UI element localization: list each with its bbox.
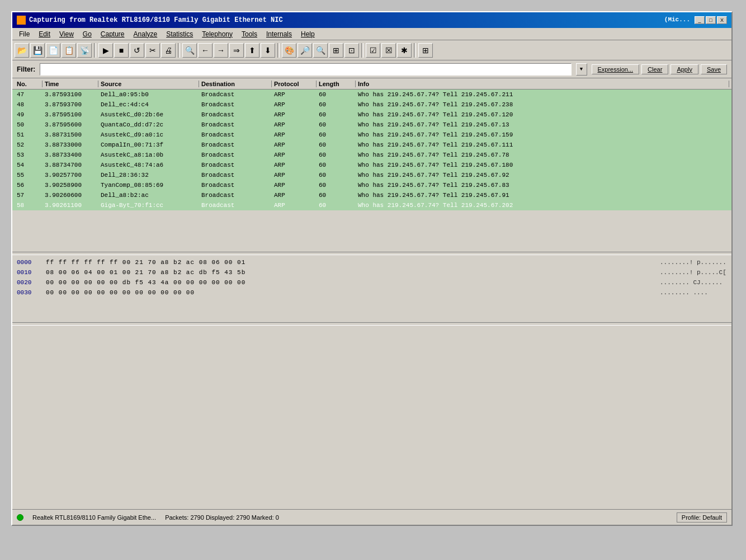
toolbar-autoscroll[interactable]: ✂	[145, 43, 160, 58]
status-bar: Realtek RTL8169/8110 Family Gigabit Ethe…	[12, 509, 731, 525]
filter-buttons: Expression... Clear Apply Save	[592, 64, 728, 74]
hex-bytes: ff ff ff ff ff ff 00 21 70 a8 b2 ac 08 0…	[46, 259, 651, 266]
toolbar-zoom-normal[interactable]: ⊞	[329, 43, 343, 58]
menu-edit[interactable]: Edit	[34, 29, 55, 39]
menu-capture[interactable]: Capture	[96, 29, 129, 39]
packet-header: No. Time Source Destination Protocol Len…	[12, 78, 731, 90]
filter-label: Filter:	[17, 65, 35, 73]
toolbar-sep-4	[361, 43, 363, 58]
toolbar-graph[interactable]: ⊞	[418, 43, 433, 58]
window-title: Capturing from Realtek RTL8169/8110 Fami…	[29, 16, 283, 24]
toolbar-start[interactable]: ▶	[98, 43, 113, 58]
table-row[interactable]: 58 3.90261100 Giga-Byt_70:f1:cc Broadcas…	[12, 200, 731, 210]
save-button[interactable]: Save	[701, 64, 727, 74]
filter-bar: Filter: ▼ Expression... Clear Apply Save	[12, 60, 731, 78]
apply-button[interactable]: Apply	[671, 64, 698, 74]
hex-bytes: 00 00 00 00 00 00 db f5 43 4a 00 00 00 0…	[46, 279, 651, 286]
clear-button[interactable]: Clear	[641, 64, 668, 74]
toolbar-check1[interactable]: ☑	[366, 43, 380, 58]
toolbar-sep-2	[178, 43, 180, 58]
col-info[interactable]: Info	[356, 81, 729, 87]
toolbar-colorize[interactable]: 🎨	[282, 43, 296, 58]
menu-statistics[interactable]: Statistics	[162, 29, 197, 39]
toolbar: 📂 💾 📄 📋 📡 ▶ ■ ↺ ✂ 🖨 🔍 ← → ⇒ ⬆ ⬇ 🎨 🔎 🔍 ⊞ …	[12, 40, 731, 60]
hex-row: 0000 ff ff ff ff ff ff 00 21 70 a8 b2 ac…	[17, 257, 727, 267]
table-row[interactable]: 55 3.90257700 Dell_28:36:32 Broadcast AR…	[12, 170, 731, 180]
hex-ascii: ........! p.......	[660, 259, 727, 266]
toolbar-reload[interactable]: 📋	[62, 43, 76, 58]
main-window: Capturing from Realtek RTL8169/8110 Fami…	[11, 11, 733, 526]
app-icon	[17, 16, 26, 25]
hex-bytes: 08 00 06 04 00 01 00 21 70 a8 b2 ac db f…	[46, 269, 651, 276]
hex-offset: 0020	[17, 279, 37, 286]
hex-row: 0030 00 00 00 00 00 00 00 00 00 00 00 00…	[17, 288, 727, 298]
table-row[interactable]: 50 3.87595600 QuantaCo_dd:d7:2c Broadcas…	[12, 120, 731, 130]
toolbar-print[interactable]: 🖨	[161, 43, 176, 58]
menu-tools[interactable]: Tools	[237, 29, 262, 39]
table-row[interactable]: 52 3.88733000 CompalIn_00:71:3f Broadcas…	[12, 140, 731, 150]
col-no[interactable]: No.	[15, 81, 43, 87]
hex-bytes: 00 00 00 00 00 00 00 00 00 00 00 00	[46, 289, 651, 296]
menu-telephony[interactable]: Telephony	[197, 29, 237, 39]
table-row[interactable]: 48 3.87593700 Dell_ec:4d:c4 Broadcast AR…	[12, 100, 731, 110]
title-controls: (Mic... _ □ X	[664, 16, 727, 24]
bottom-empty	[12, 326, 731, 437]
toolbar-resize[interactable]: ⊡	[344, 43, 359, 58]
table-row[interactable]: 57 3.90260600 Dell_a8:b2:ac Broadcast AR…	[12, 190, 731, 200]
toolbar-zoom-out[interactable]: 🔍	[313, 43, 328, 58]
status-profile: Profile: Default	[677, 512, 727, 523]
packet-rows: 47 3.87593100 Dell_a0:95:b0 Broadcast AR…	[12, 90, 731, 252]
toolbar-restart[interactable]: ↺	[130, 43, 144, 58]
toolbar-goto[interactable]: ⇒	[229, 43, 244, 58]
toolbar-open[interactable]: 📂	[15, 43, 29, 58]
status-indicator	[17, 514, 23, 521]
toolbar-sep-3	[277, 43, 280, 58]
title-right-text: (Mic...	[664, 16, 690, 24]
minimize-button[interactable]: _	[695, 16, 705, 24]
title-bar-text: Capturing from Realtek RTL8169/8110 Fami…	[17, 16, 283, 25]
hex-ascii: ........ ....	[660, 289, 727, 296]
table-row[interactable]: 47 3.87593100 Dell_a0:95:b0 Broadcast AR…	[12, 90, 731, 100]
hex-row: 0010 08 00 06 04 00 01 00 21 70 a8 b2 ac…	[17, 267, 727, 277]
menu-view[interactable]: View	[55, 29, 78, 39]
toolbar-sep-5	[414, 43, 416, 58]
menu-go[interactable]: Go	[78, 29, 96, 39]
hex-offset: 0010	[17, 269, 37, 276]
menu-internals[interactable]: Internals	[262, 29, 296, 39]
col-length[interactable]: Length	[317, 81, 356, 87]
packet-list: No. Time Source Destination Protocol Len…	[12, 78, 731, 252]
col-protocol[interactable]: Protocol	[272, 81, 317, 87]
table-row[interactable]: 56 3.90258900 TyanComp_08:85:69 Broadcas…	[12, 180, 731, 190]
table-row[interactable]: 49 3.87595100 AsustekC_d0:2b:6e Broadcas…	[12, 110, 731, 120]
table-row[interactable]: 53 3.88733400 AsustekC_a8:1a:0b Broadcas…	[12, 150, 731, 160]
toolbar-stop[interactable]: ■	[114, 43, 129, 58]
toolbar-forward[interactable]: →	[214, 43, 228, 58]
close-button[interactable]: X	[717, 16, 727, 24]
toolbar-mark[interactable]: ✱	[397, 43, 412, 58]
menu-help[interactable]: Help	[296, 29, 319, 39]
toolbar-close[interactable]: 📄	[46, 43, 60, 58]
table-row[interactable]: 51 3.88731500 AsustekC_d9:a0:1c Broadcas…	[12, 130, 731, 140]
filter-dropdown[interactable]: ▼	[576, 63, 587, 76]
menu-file[interactable]: File	[15, 29, 34, 39]
toolbar-save[interactable]: 💾	[30, 43, 45, 58]
menu-bar: File Edit View Go Capture Analyze Statis…	[12, 28, 731, 40]
hex-ascii: ........ CJ......	[660, 279, 727, 286]
menu-analyze[interactable]: Analyze	[129, 29, 162, 39]
filter-input[interactable]	[40, 63, 571, 76]
toolbar-check2[interactable]: ☒	[381, 43, 396, 58]
expression-button[interactable]: Expression...	[592, 64, 640, 74]
status-interface: Realtek RTL8169/8110 Family Gigabit Ethe…	[32, 514, 156, 521]
col-time[interactable]: Time	[43, 81, 98, 87]
maximize-button[interactable]: □	[706, 16, 716, 24]
col-destination[interactable]: Destination	[199, 81, 272, 87]
status-stats: Packets: 2790 Displayed: 2790 Marked: 0	[165, 514, 279, 521]
toolbar-top[interactable]: ⬆	[245, 43, 259, 58]
toolbar-find[interactable]: 🔍	[182, 43, 197, 58]
table-row[interactable]: 54 3.88734700 AsustekC_48:74:a6 Broadcas…	[12, 160, 731, 170]
toolbar-zoom-in[interactable]: 🔎	[298, 43, 312, 58]
col-source[interactable]: Source	[98, 81, 199, 87]
toolbar-bottom[interactable]: ⬇	[261, 43, 275, 58]
toolbar-back[interactable]: ←	[198, 43, 213, 58]
toolbar-capture-options[interactable]: 📡	[77, 43, 92, 58]
